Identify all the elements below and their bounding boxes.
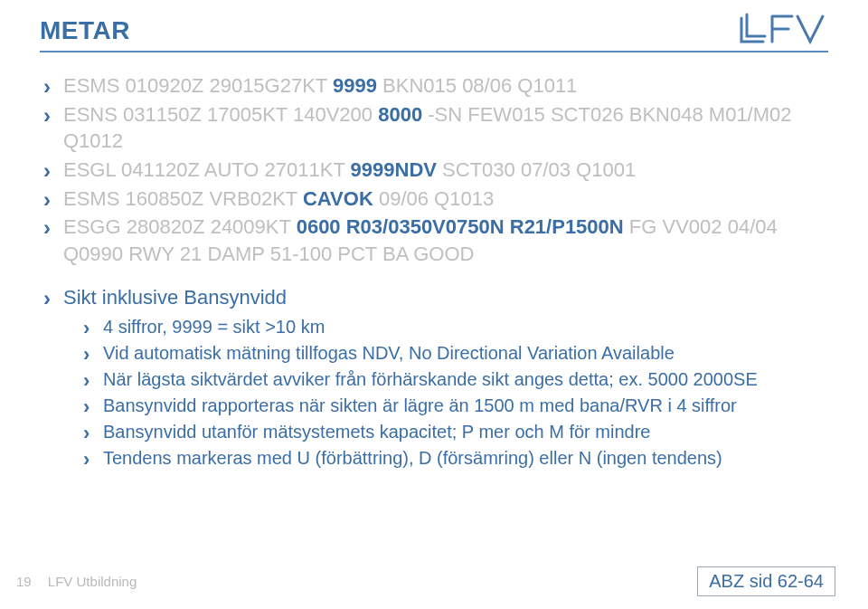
subitem-list: 4 siffror, 9999 = sikt >10 km Vid automa… <box>83 315 828 471</box>
subitem: Tendens markeras med U (förbättring), D … <box>83 446 828 471</box>
subitem: Bansynvidd rapporteras när sikten är läg… <box>83 394 828 418</box>
metar-line-2: ESNS 031150Z 17005KT 140V200 8000 -SN FE… <box>43 101 828 155</box>
footer-left: 19 LFV Utbildning <box>16 574 137 589</box>
footer: 19 LFV Utbildning ABZ sid 62-64 <box>16 566 835 596</box>
section-heading: Sikt inklusive Bansynvidd <box>43 284 828 311</box>
subitem: Bansynvidd utanför mätsystemets kapacite… <box>83 420 828 444</box>
lfv-logo <box>736 9 835 49</box>
title-underline <box>40 51 828 52</box>
subitem: Vid automatisk mätning tillfogas NDV, No… <box>83 341 828 366</box>
metar-list: ESMS 010920Z 29015G27KT 9999 BKN015 08/0… <box>43 72 828 311</box>
reference-badge: ABZ sid 62-64 <box>697 566 835 596</box>
page-title: METAR <box>40 16 828 45</box>
page-number: 19 <box>16 574 32 589</box>
subitem: När lägsta siktvärdet avviker från förhä… <box>83 367 828 392</box>
footer-org: LFV Utbildning <box>48 574 137 589</box>
subitem: 4 siffror, 9999 = sikt >10 km <box>83 315 828 339</box>
metar-line-4: ESMS 160850Z VRB02KT CAVOK 09/06 Q1013 <box>43 186 828 213</box>
metar-line-5: ESGG 280820Z 24009KT 0600 R03/0350V0750N… <box>43 214 828 267</box>
metar-line-1: ESMS 010920Z 29015G27KT 9999 BKN015 08/0… <box>43 72 828 100</box>
metar-line-3: ESGL 041120Z AUTO 27011KT 9999NDV SCT030… <box>43 157 828 184</box>
